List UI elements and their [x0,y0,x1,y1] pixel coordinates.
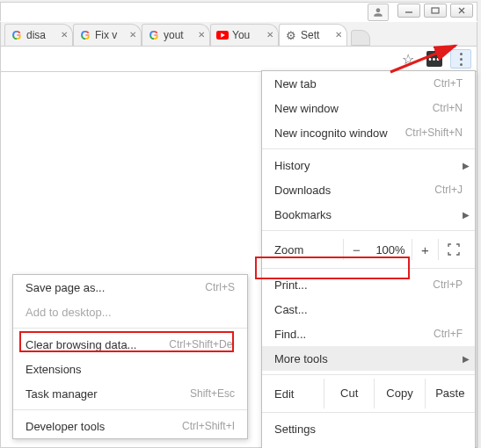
menu-item-history[interactable]: History ▶ [262,153,475,177]
submenu-item-developer-tools[interactable]: Developer tools Ctrl+Shift+I [13,414,247,438]
toolbar: ☆ ••• [0,46,477,72]
menu-item-new-tab[interactable]: New tab Ctrl+T [262,71,475,96]
tab-close-icon[interactable]: ✕ [334,31,343,40]
google-g-icon: G [11,29,23,41]
more-tools-submenu: Save page as... Ctrl+S Add to desktop...… [12,274,248,439]
tab-title: disa [26,29,60,41]
edit-copy-button[interactable]: Copy [374,379,424,408]
zoom-label: Zoom [274,243,343,257]
zoom-out-button[interactable]: − [343,239,369,260]
tab-close-icon[interactable]: ✕ [197,31,206,40]
person-icon [372,6,384,18]
zoom-in-button[interactable]: + [412,239,438,260]
google-g-icon: G [148,29,160,41]
tab-strip: G disa ✕ G Fix v ✕ G yout ✕ You ✕ ⚙ Sett… [0,22,477,46]
new-tab-button[interactable] [351,30,370,46]
browser-tab[interactable]: You ✕ [210,24,279,46]
fullscreen-button[interactable] [438,239,468,260]
edit-cut-button[interactable]: Cut [324,379,374,408]
close-button[interactable] [450,4,473,18]
extension-button[interactable]: ••• [424,49,445,69]
edit-paste-button[interactable]: Paste [425,379,475,408]
browser-tab[interactable]: G Fix v ✕ [73,24,142,46]
menu-item-print[interactable]: Print... Ctrl+P [262,272,475,297]
minimize-button[interactable] [397,4,420,18]
submenu-item-save-page[interactable]: Save page as... Ctrl+S [13,275,247,300]
tab-title: Sett [301,29,334,41]
menu-item-help[interactable]: Help ▶ [262,441,475,448]
bookmark-star-button[interactable]: ☆ [397,49,419,69]
submenu-item-clear-browsing-data[interactable]: Clear browsing data... Ctrl+Shift+Del [13,332,247,357]
caption-bar [0,2,477,21]
svg-rect-1 [432,8,439,13]
fullscreen-icon [448,243,460,256]
edit-label: Edit [274,387,324,401]
tab-close-icon[interactable]: ✕ [128,31,137,40]
star-icon: ☆ [402,51,414,68]
browser-tab[interactable]: G disa ✕ [4,24,73,46]
close-icon [457,7,466,14]
maximize-button[interactable] [424,4,447,18]
submenu-item-extensions[interactable]: Extensions [13,357,247,381]
chevron-right-icon: ▶ [463,161,470,170]
maximize-icon [431,7,440,14]
submenu-item-add-desktop: Add to desktop... [13,300,247,324]
tab-title: yout [164,29,197,41]
menu-item-more-tools[interactable]: More tools ▶ [262,346,475,371]
plus-icon: + [421,242,429,257]
zoom-value: 100% [369,243,412,257]
chevron-right-icon: ▶ [463,354,470,364]
chrome-main-menu: New tab Ctrl+T New window Ctrl+N New inc… [261,70,476,448]
extension-icon: ••• [426,51,442,67]
menu-item-cast[interactable]: Cast... [262,297,475,322]
google-g-icon: G [79,29,91,41]
menu-item-new-window[interactable]: New window Ctrl+N [262,96,475,120]
tab-close-icon[interactable]: ✕ [60,31,69,40]
chevron-right-icon: ▶ [463,210,470,220]
menu-item-downloads[interactable]: Downloads Ctrl+J [262,177,475,202]
menu-item-settings[interactable]: Settings [262,416,475,441]
gear-icon: ⚙ [285,29,297,41]
minimize-icon [404,7,413,14]
tab-close-icon[interactable]: ✕ [266,31,274,40]
tab-title: You [232,29,266,41]
menu-item-bookmarks[interactable]: Bookmarks ▶ [262,202,475,227]
menu-item-zoom: Zoom − 100% + [262,235,475,264]
minus-icon: − [353,242,361,257]
menu-item-find[interactable]: Find... Ctrl+F [262,322,475,346]
browser-tab[interactable]: G yout ✕ [142,24,210,46]
tab-title: Fix v [95,29,128,41]
youtube-icon [216,29,229,41]
browser-tab[interactable]: ⚙ Sett ✕ [279,24,347,46]
chrome-menu-button[interactable] [450,49,471,69]
menu-item-new-incognito[interactable]: New incognito window Ctrl+Shift+N [262,120,475,145]
profile-avatar[interactable] [368,4,389,21]
window-controls [397,4,473,18]
menu-item-edit: Edit Cut Copy Paste [262,379,475,408]
dots-icon [460,53,463,55]
submenu-item-task-manager[interactable]: Task manager Shift+Esc [13,381,247,406]
